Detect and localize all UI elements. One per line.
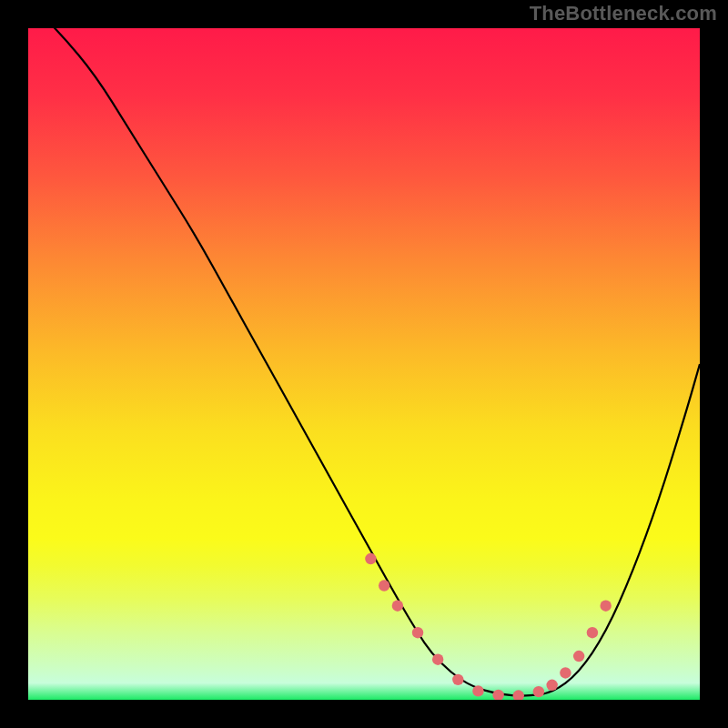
highlight-dot xyxy=(432,654,443,665)
highlight-dot xyxy=(365,553,376,564)
highlight-dot xyxy=(600,600,611,611)
chart-plot-area xyxy=(28,28,700,700)
chart-frame: TheBottleneck.com xyxy=(0,0,728,728)
highlight-dot xyxy=(392,600,403,611)
watermark-text: TheBottleneck.com xyxy=(530,2,717,25)
highlight-dot xyxy=(412,627,423,638)
highlight-dot xyxy=(379,580,389,591)
highlight-dot xyxy=(573,651,584,662)
highlight-dot xyxy=(560,667,571,678)
highlight-dot xyxy=(546,680,557,691)
highlight-dot xyxy=(587,627,598,638)
chart-svg xyxy=(28,28,700,700)
highlight-dot xyxy=(472,685,483,696)
highlight-dot xyxy=(452,674,463,685)
highlight-dot xyxy=(533,686,544,697)
